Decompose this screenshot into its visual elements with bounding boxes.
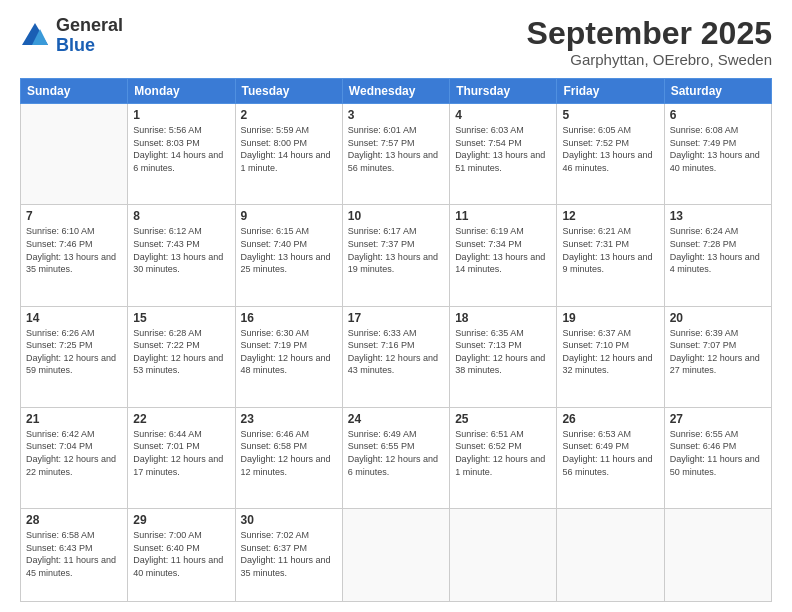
column-header-tuesday: Tuesday	[235, 79, 342, 104]
cell-info: Sunrise: 6:42 AMSunset: 7:04 PMDaylight:…	[26, 428, 122, 478]
column-header-thursday: Thursday	[450, 79, 557, 104]
day-number: 15	[133, 311, 229, 325]
cell-info: Sunrise: 5:56 AMSunset: 8:03 PMDaylight:…	[133, 124, 229, 174]
logo-blue: Blue	[56, 36, 123, 56]
calendar-cell: 10Sunrise: 6:17 AMSunset: 7:37 PMDayligh…	[342, 205, 449, 306]
calendar-table: SundayMondayTuesdayWednesdayThursdayFrid…	[20, 78, 772, 602]
day-number: 29	[133, 513, 229, 527]
day-number: 30	[241, 513, 337, 527]
calendar-cell: 20Sunrise: 6:39 AMSunset: 7:07 PMDayligh…	[664, 306, 771, 407]
day-number: 1	[133, 108, 229, 122]
day-number: 2	[241, 108, 337, 122]
cell-info: Sunrise: 7:00 AMSunset: 6:40 PMDaylight:…	[133, 529, 229, 579]
cell-info: Sunrise: 6:39 AMSunset: 7:07 PMDaylight:…	[670, 327, 766, 377]
day-number: 9	[241, 209, 337, 223]
calendar-cell	[342, 508, 449, 601]
cell-info: Sunrise: 6:17 AMSunset: 7:37 PMDaylight:…	[348, 225, 444, 275]
calendar-cell: 13Sunrise: 6:24 AMSunset: 7:28 PMDayligh…	[664, 205, 771, 306]
cell-info: Sunrise: 6:46 AMSunset: 6:58 PMDaylight:…	[241, 428, 337, 478]
month-title: September 2025	[527, 16, 772, 51]
day-number: 18	[455, 311, 551, 325]
calendar-cell: 4Sunrise: 6:03 AMSunset: 7:54 PMDaylight…	[450, 104, 557, 205]
logo-general: General	[56, 16, 123, 36]
cell-info: Sunrise: 6:33 AMSunset: 7:16 PMDaylight:…	[348, 327, 444, 377]
calendar-cell: 12Sunrise: 6:21 AMSunset: 7:31 PMDayligh…	[557, 205, 664, 306]
cell-info: Sunrise: 6:10 AMSunset: 7:46 PMDaylight:…	[26, 225, 122, 275]
calendar-cell: 23Sunrise: 6:46 AMSunset: 6:58 PMDayligh…	[235, 407, 342, 508]
day-number: 4	[455, 108, 551, 122]
calendar-cell	[21, 104, 128, 205]
cell-info: Sunrise: 6:12 AMSunset: 7:43 PMDaylight:…	[133, 225, 229, 275]
calendar-week-row: 1Sunrise: 5:56 AMSunset: 8:03 PMDaylight…	[21, 104, 772, 205]
cell-info: Sunrise: 6:49 AMSunset: 6:55 PMDaylight:…	[348, 428, 444, 478]
calendar-cell: 8Sunrise: 6:12 AMSunset: 7:43 PMDaylight…	[128, 205, 235, 306]
cell-info: Sunrise: 6:01 AMSunset: 7:57 PMDaylight:…	[348, 124, 444, 174]
day-number: 14	[26, 311, 122, 325]
calendar-week-row: 14Sunrise: 6:26 AMSunset: 7:25 PMDayligh…	[21, 306, 772, 407]
day-number: 3	[348, 108, 444, 122]
column-header-sunday: Sunday	[21, 79, 128, 104]
day-number: 27	[670, 412, 766, 426]
title-block: September 2025 Garphyttan, OErebro, Swed…	[527, 16, 772, 68]
calendar-week-row: 21Sunrise: 6:42 AMSunset: 7:04 PMDayligh…	[21, 407, 772, 508]
calendar-cell: 22Sunrise: 6:44 AMSunset: 7:01 PMDayligh…	[128, 407, 235, 508]
column-header-monday: Monday	[128, 79, 235, 104]
calendar-cell: 30Sunrise: 7:02 AMSunset: 6:37 PMDayligh…	[235, 508, 342, 601]
calendar-cell: 18Sunrise: 6:35 AMSunset: 7:13 PMDayligh…	[450, 306, 557, 407]
cell-info: Sunrise: 6:44 AMSunset: 7:01 PMDaylight:…	[133, 428, 229, 478]
day-number: 20	[670, 311, 766, 325]
column-header-friday: Friday	[557, 79, 664, 104]
calendar-cell: 27Sunrise: 6:55 AMSunset: 6:46 PMDayligh…	[664, 407, 771, 508]
calendar-cell: 5Sunrise: 6:05 AMSunset: 7:52 PMDaylight…	[557, 104, 664, 205]
day-number: 5	[562, 108, 658, 122]
day-number: 7	[26, 209, 122, 223]
calendar-cell: 24Sunrise: 6:49 AMSunset: 6:55 PMDayligh…	[342, 407, 449, 508]
cell-info: Sunrise: 6:05 AMSunset: 7:52 PMDaylight:…	[562, 124, 658, 174]
calendar-cell: 1Sunrise: 5:56 AMSunset: 8:03 PMDaylight…	[128, 104, 235, 205]
calendar-cell: 15Sunrise: 6:28 AMSunset: 7:22 PMDayligh…	[128, 306, 235, 407]
cell-info: Sunrise: 6:58 AMSunset: 6:43 PMDaylight:…	[26, 529, 122, 579]
column-header-saturday: Saturday	[664, 79, 771, 104]
calendar-cell: 16Sunrise: 6:30 AMSunset: 7:19 PMDayligh…	[235, 306, 342, 407]
calendar-cell: 26Sunrise: 6:53 AMSunset: 6:49 PMDayligh…	[557, 407, 664, 508]
day-number: 23	[241, 412, 337, 426]
day-number: 6	[670, 108, 766, 122]
calendar-cell	[557, 508, 664, 601]
day-number: 19	[562, 311, 658, 325]
calendar-cell: 11Sunrise: 6:19 AMSunset: 7:34 PMDayligh…	[450, 205, 557, 306]
calendar-week-row: 7Sunrise: 6:10 AMSunset: 7:46 PMDaylight…	[21, 205, 772, 306]
day-number: 16	[241, 311, 337, 325]
day-number: 17	[348, 311, 444, 325]
day-number: 12	[562, 209, 658, 223]
calendar-cell: 25Sunrise: 6:51 AMSunset: 6:52 PMDayligh…	[450, 407, 557, 508]
cell-info: Sunrise: 6:30 AMSunset: 7:19 PMDaylight:…	[241, 327, 337, 377]
day-number: 10	[348, 209, 444, 223]
logo-text: General Blue	[56, 16, 123, 56]
cell-info: Sunrise: 6:37 AMSunset: 7:10 PMDaylight:…	[562, 327, 658, 377]
location: Garphyttan, OErebro, Sweden	[527, 51, 772, 68]
cell-info: Sunrise: 5:59 AMSunset: 8:00 PMDaylight:…	[241, 124, 337, 174]
cell-info: Sunrise: 6:24 AMSunset: 7:28 PMDaylight:…	[670, 225, 766, 275]
column-header-wednesday: Wednesday	[342, 79, 449, 104]
day-number: 28	[26, 513, 122, 527]
calendar-header-row: SundayMondayTuesdayWednesdayThursdayFrid…	[21, 79, 772, 104]
calendar-cell: 19Sunrise: 6:37 AMSunset: 7:10 PMDayligh…	[557, 306, 664, 407]
calendar-cell: 3Sunrise: 6:01 AMSunset: 7:57 PMDaylight…	[342, 104, 449, 205]
cell-info: Sunrise: 6:03 AMSunset: 7:54 PMDaylight:…	[455, 124, 551, 174]
cell-info: Sunrise: 6:19 AMSunset: 7:34 PMDaylight:…	[455, 225, 551, 275]
cell-info: Sunrise: 6:55 AMSunset: 6:46 PMDaylight:…	[670, 428, 766, 478]
header: General Blue September 2025 Garphyttan, …	[20, 16, 772, 68]
day-number: 26	[562, 412, 658, 426]
day-number: 25	[455, 412, 551, 426]
cell-info: Sunrise: 6:21 AMSunset: 7:31 PMDaylight:…	[562, 225, 658, 275]
day-number: 13	[670, 209, 766, 223]
calendar-cell: 29Sunrise: 7:00 AMSunset: 6:40 PMDayligh…	[128, 508, 235, 601]
calendar-cell: 14Sunrise: 6:26 AMSunset: 7:25 PMDayligh…	[21, 306, 128, 407]
calendar-week-row: 28Sunrise: 6:58 AMSunset: 6:43 PMDayligh…	[21, 508, 772, 601]
logo-icon	[20, 21, 50, 51]
calendar-cell: 17Sunrise: 6:33 AMSunset: 7:16 PMDayligh…	[342, 306, 449, 407]
calendar-cell: 7Sunrise: 6:10 AMSunset: 7:46 PMDaylight…	[21, 205, 128, 306]
calendar-cell	[664, 508, 771, 601]
day-number: 11	[455, 209, 551, 223]
logo: General Blue	[20, 16, 123, 56]
